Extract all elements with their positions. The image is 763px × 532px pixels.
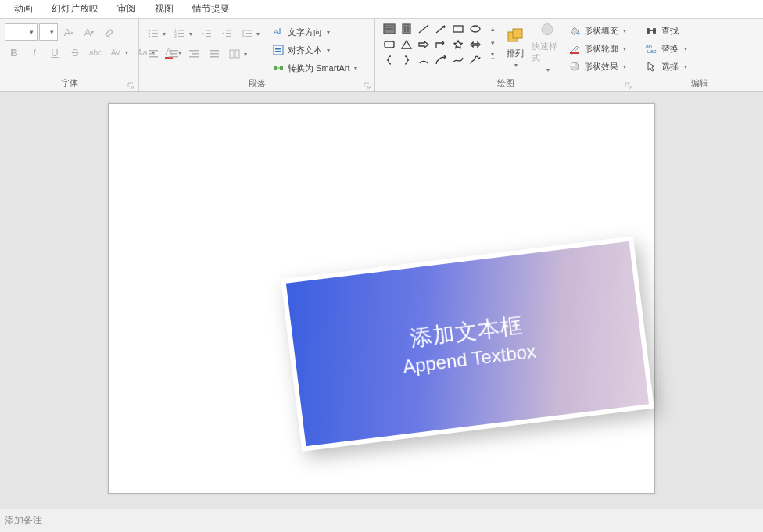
line-spacing-button[interactable] [238,25,256,42]
convert-smartart-button[interactable]: 转换为 SmartArt▾ [269,59,360,77]
gallery-more-button[interactable]: ▾━ [487,50,498,63]
shapes-gallery[interactable] [382,22,483,67]
shape-oval[interactable] [467,22,483,36]
italic-button[interactable]: I [25,44,44,61]
chevron-down-icon[interactable]: ▾ [256,30,263,37]
clear-format-button[interactable] [100,23,119,41]
font-size-combo[interactable]: ▾ [39,23,58,41]
svg-rect-39 [274,66,277,70]
shape-rect[interactable] [450,22,466,36]
outdent-icon [200,27,213,40]
gallery-down-button[interactable]: ▾ [487,36,498,49]
underline-button[interactable]: U [45,44,64,61]
group-label-drawing: 绘图 [375,77,636,91]
menu-storyboard[interactable]: 情节提要 [183,0,239,18]
shape-effects-button[interactable]: 形状效果▾ [565,58,629,75]
strike-button[interactable]: S [66,44,84,61]
paint-bucket-icon [568,24,581,37]
char-spacing-button[interactable]: AV [106,44,125,61]
group-paragraph: ▾ 123▾ ▾ ▾ A 文字方向▾ [139,19,375,91]
eraser-icon [103,26,116,38]
chevron-down-icon[interactable]: ▾ [125,49,131,56]
select-button[interactable]: 选择▾ [643,58,690,75]
quick-styles-button[interactable]: 快速样式 ▾ [532,22,562,73]
chevron-down-icon: ▾ [46,28,57,36]
bullets-button[interactable] [144,25,163,42]
dialog-launcher-icon[interactable] [127,80,136,89]
decrease-indent-button[interactable] [197,25,216,42]
align-text-button[interactable]: 对齐文本▾ [269,41,360,59]
arrange-icon [506,27,525,45]
svg-rect-16 [226,33,231,34]
chevron-down-icon: ▾ [327,47,330,54]
bold-button[interactable]: B [5,44,23,61]
menu-slideshow[interactable]: 幻灯片放映 [42,0,108,18]
increase-indent-button[interactable] [217,25,236,42]
menu-view[interactable]: 视图 [145,0,183,18]
shape-freeform[interactable] [467,53,483,67]
notes-pane[interactable]: 添加备注 [0,509,763,532]
align-left-button[interactable] [144,45,163,62]
grow-font-button[interactable]: A▴ [59,23,78,41]
shape-vtextbox[interactable] [399,22,414,36]
shape-star[interactable] [450,37,466,52]
svg-rect-31 [210,53,219,55]
shape-connector[interactable] [433,53,449,67]
dialog-launcher-icon[interactable] [624,80,633,89]
font-name-combo[interactable]: ▾ [5,23,38,41]
shape-textbox[interactable] [382,22,397,36]
dialog-launcher-icon[interactable] [363,80,372,89]
svg-rect-11 [178,36,184,37]
svg-rect-21 [149,50,158,52]
slide-canvas[interactable]: 添加文本框 Append Textbox [0,92,763,501]
svg-rect-20 [246,36,252,37]
svg-rect-9 [178,33,184,34]
menu-animation[interactable]: 动画 [5,0,42,18]
pen-outline-icon [568,42,581,55]
svg-rect-15 [226,30,231,31]
align-center-button[interactable] [164,45,183,62]
bullets-icon [147,27,159,40]
numbering-icon: 123 [174,27,186,40]
find-button[interactable]: 查找 [643,22,681,39]
shape-line[interactable] [416,22,432,36]
menu-bar: 动画 幻灯片放映 审阅 视图 情节提要 [0,0,763,19]
shape-roundrect[interactable] [382,37,397,52]
svg-rect-3 [152,33,158,34]
shape-curve[interactable] [450,53,466,67]
menu-review[interactable]: 审阅 [108,0,145,18]
svg-rect-38 [275,51,281,52]
shape-arrow-line[interactable] [433,22,449,36]
chevron-down-icon[interactable]: ▾ [244,51,250,58]
slide[interactable]: 添加文本框 Append Textbox [108,103,655,494]
align-justify-button[interactable] [205,45,224,62]
shape-rbrace[interactable] [399,53,414,67]
shape-double-arrow[interactable] [467,37,483,52]
numbering-button[interactable]: 123 [170,25,189,42]
chevron-down-icon[interactable]: ▾ [163,30,169,37]
shrink-font-button[interactable]: A▾ [80,23,99,41]
shape-arc[interactable] [416,53,432,67]
text-direction-button[interactable]: A 文字方向▾ [269,23,360,41]
shape-l-connector[interactable] [433,37,449,52]
indent-icon [220,27,233,40]
svg-rect-28 [192,53,199,55]
align-right-button[interactable] [184,45,203,62]
svg-rect-33 [230,50,234,58]
shape-arrow-right[interactable] [416,37,432,52]
chevron-down-icon[interactable]: ▾ [189,30,195,37]
arrange-button[interactable]: 排列 ▾ [500,22,530,73]
shape-triangle[interactable] [399,37,414,52]
text-shadow-button[interactable]: abc [86,44,105,61]
svg-rect-26 [169,56,178,58]
replace-button[interactable]: abac 替换▾ [643,40,690,57]
svg-rect-60 [653,28,656,34]
shape-lbrace[interactable] [382,53,397,67]
svg-rect-24 [169,50,178,52]
shape-outline-button[interactable]: 形状轮廓▾ [565,40,629,57]
gallery-up-button[interactable]: ▴ [487,22,498,35]
svg-line-47 [419,25,428,33]
shape-fill-button[interactable]: 形状填充▾ [565,22,629,39]
columns-button[interactable] [225,45,244,62]
textbox-shape[interactable]: 添加文本框 Append Textbox [281,236,654,452]
